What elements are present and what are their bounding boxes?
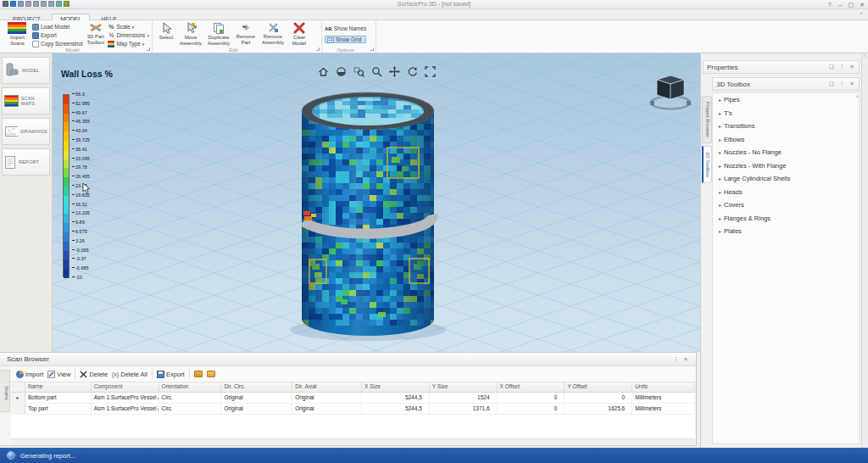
toolbox-item[interactable]: ▸Transitions [713, 120, 859, 133]
toolbox-item[interactable]: ▸T's [713, 107, 859, 120]
scan-table[interactable]: NameComponentOrientationDir. Circ.Dir. A… [11, 382, 695, 438]
minimize-button[interactable]: – [839, 1, 843, 8]
rotate-view-icon[interactable] [406, 65, 419, 78]
scan-import-button[interactable]: Import [16, 371, 43, 378]
expand-arrow-icon[interactable]: ▸ [719, 215, 721, 221]
tab-3d-toolbox[interactable]: 3D Toolbox [702, 146, 712, 183]
zoom-icon[interactable] [370, 65, 383, 78]
scan-view-button[interactable]: View [47, 371, 70, 378]
table-horizontal-scrollbar[interactable] [11, 438, 695, 444]
toolbox-close-icon[interactable]: ✕ [849, 81, 855, 87]
copy-icon[interactable] [194, 371, 203, 377]
move-assembly-button[interactable]: Move Assembly [177, 21, 204, 47]
column-header[interactable]: X Offset [498, 382, 565, 392]
import-scans-button[interactable]: Import Scans [3, 21, 32, 47]
toolbox-item[interactable]: ▸Flanges & Rings [713, 212, 859, 226]
3d-part-toolbox-button[interactable]: 3D Part Toolbox [83, 21, 108, 47]
properties-float-icon[interactable]: ❏ [828, 64, 835, 70]
sidebar-item-report[interactable]: REPORT [2, 148, 50, 176]
expand-arrow-icon[interactable]: ▸ [719, 176, 721, 181]
toolbox-item[interactable]: ▸Covers [713, 198, 859, 212]
column-header[interactable]: Component [92, 382, 159, 392]
help-button[interactable]: ? [826, 1, 833, 8]
toolbox-item[interactable]: ▸Heads [713, 186, 859, 199]
toolbox-item[interactable]: ▸Large Cylindrical Shells [713, 172, 859, 186]
expand-arrow-icon[interactable]: ▸ [719, 97, 721, 103]
properties-pin-icon[interactable]: ⊺ [838, 64, 845, 70]
scan-browser-close-icon[interactable]: ✕ [682, 356, 689, 363]
export-button[interactable]: Export [32, 31, 83, 39]
redo-icon[interactable] [33, 1, 39, 7]
ribbon-collapse-icon[interactable]: ˄ [860, 11, 863, 16]
column-header[interactable]: Y Offset [565, 382, 632, 392]
undo-icon[interactable] [25, 1, 31, 7]
column-header[interactable]: X Size [362, 382, 430, 392]
toolbox-pin-icon[interactable]: ⊺ [838, 81, 845, 87]
expand-arrow-icon[interactable]: ▸ [719, 123, 721, 129]
window-scrollbar[interactable]: ˄ [861, 53, 868, 448]
column-header[interactable]: Orientation [159, 382, 222, 392]
expand-arrow-icon[interactable]: ▸ [719, 189, 721, 195]
table-row[interactable]: ▸Bottom partAsm 1:SurfacePro Vessel A(1)… [11, 393, 695, 404]
sidebar-item-scan-maps[interactable]: SCAN MAPS [2, 87, 50, 114]
open-icon[interactable] [18, 1, 24, 7]
close-button[interactable]: ✕ [860, 1, 865, 8]
save-icon[interactable] [10, 1, 16, 7]
map-type-dropdown[interactable]: Map Type▾ [108, 40, 149, 47]
properties-close-icon[interactable]: ✕ [849, 64, 855, 70]
3d-viewport-canvas[interactable] [53, 53, 700, 352]
zoom-window-icon[interactable] [353, 65, 365, 78]
copy-screenshot-button[interactable]: Copy Screenshot [32, 40, 83, 47]
toolbox-item[interactable]: ▸Plates [713, 225, 859, 238]
expand-arrow-icon[interactable]: ▸ [719, 137, 721, 142]
expand-arrow-icon[interactable]: ▸ [719, 228, 721, 234]
column-header[interactable]: Y Size [430, 382, 498, 392]
edit-group-launcher[interactable] [316, 47, 320, 51]
sidebar-item-drawings[interactable]: DRAWINGS [2, 118, 50, 145]
sidebar-item-model[interactable]: MODEL [2, 57, 50, 84]
remove-part-button[interactable]: Remove Part [233, 21, 259, 47]
toolbox-item[interactable]: ▸Pipes [713, 93, 859, 107]
column-header[interactable]: Dir. Axial [292, 382, 362, 392]
scan-browser-pin-icon[interactable]: ⊺ [672, 356, 679, 363]
dimensions-dropdown[interactable]: ½ Dimensions▾ [108, 31, 149, 39]
scan-export-button[interactable]: Export [157, 371, 185, 378]
orbit-view-icon[interactable] [335, 65, 348, 78]
expand-arrow-icon[interactable]: ▸ [719, 110, 721, 116]
scans-side-tab[interactable]: Scans [0, 370, 10, 412]
show-names-toggle[interactable]: AB Show Names [325, 25, 366, 32]
zoom-out-icon[interactable] [48, 1, 54, 7]
view-cube[interactable] [646, 70, 695, 118]
zoom-in-icon[interactable] [41, 1, 47, 7]
paste-icon[interactable] [207, 371, 215, 377]
screenshot-icon[interactable] [56, 1, 62, 7]
column-header[interactable]: Units [632, 382, 695, 392]
show-grid-toggle[interactable]: Show Grid [325, 36, 366, 43]
model-group-launcher[interactable] [147, 47, 150, 51]
expand-arrow-icon[interactable]: ▸ [719, 149, 721, 155]
expand-arrow-icon[interactable]: ▸ [719, 202, 721, 208]
list-scroll-up-icon[interactable]: ˄ [855, 94, 859, 99]
toolbox-float-icon[interactable]: ❏ [828, 81, 835, 87]
new-document-icon[interactable] [3, 1, 8, 7]
toolbox-item[interactable]: ▸Nozzles - No Flange [713, 146, 859, 159]
home-view-icon[interactable] [317, 65, 330, 78]
fit-view-icon[interactable] [424, 65, 437, 78]
scan-delete-button[interactable]: Delete [80, 371, 108, 378]
column-header[interactable]: Dir. Circ. [221, 382, 292, 392]
toolbox-item[interactable]: ▸Nozzles - With Flange [713, 159, 859, 173]
3d-viewport[interactable]: Wall Loss % 56.352.98549.6746.35543.0439… [53, 53, 700, 352]
remove-assembly-button[interactable]: Remove Assembly [259, 21, 287, 47]
table-row[interactable]: Top partAsm 1:SurfacePro Vessel A(1)Circ… [11, 404, 695, 415]
toolbox-item[interactable]: ▸Elbows [713, 133, 859, 147]
duplicate-assembly-button[interactable]: Duplicate Assembly [204, 21, 233, 47]
options-group-launcher[interactable] [370, 47, 374, 51]
clear-model-button[interactable]: Clear Model [287, 21, 311, 47]
tab-project-browser[interactable]: Project Browser [702, 96, 712, 143]
expand-arrow-icon[interactable]: ▸ [719, 163, 721, 169]
scale-dropdown[interactable]: % Scale▾ [108, 23, 149, 31]
pan-icon[interactable] [388, 65, 401, 78]
scan-delete-all-button[interactable]: {x} Delete All [112, 371, 147, 378]
maximize-button[interactable]: ▢ [849, 1, 854, 8]
column-header[interactable]: Name [25, 382, 92, 392]
